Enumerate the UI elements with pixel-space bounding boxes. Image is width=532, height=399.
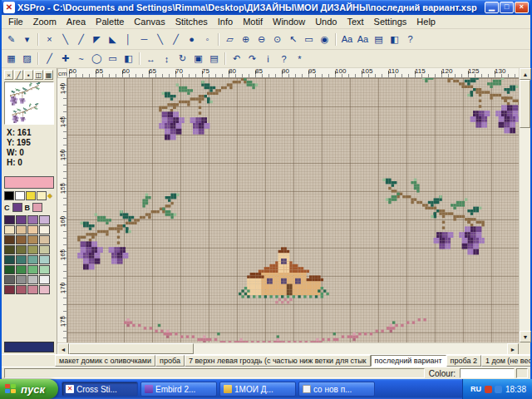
tool-undo[interactable]: ↶ <box>229 52 244 66</box>
menu-motif[interactable]: Motif <box>238 16 268 27</box>
quick-color-swatch[interactable] <box>4 191 14 200</box>
tool-grid-view[interactable]: ▦ <box>3 52 19 66</box>
palette-swatch[interactable] <box>27 235 38 244</box>
tool-ellipse[interactable]: ◯ <box>89 52 105 66</box>
tool-eraser[interactable]: ▱ <box>222 32 238 47</box>
tool-paste[interactable]: ▤ <box>206 52 222 66</box>
scroll-up-button[interactable]: ▲ <box>520 68 531 80</box>
stitch-canvas[interactable] <box>67 78 519 342</box>
scroll-right-button[interactable]: ► <box>507 343 519 355</box>
quick-color-swatch[interactable] <box>26 191 36 200</box>
tool-zoom-out[interactable]: ⊖ <box>254 32 269 47</box>
maximize-button[interactable]: □ <box>500 2 514 13</box>
palette-swatch[interactable] <box>27 245 38 254</box>
palette-swatch[interactable] <box>16 275 27 284</box>
taskbar-task[interactable]: Embird 2... <box>140 382 217 397</box>
tool-halftone[interactable]: ◧ <box>387 32 402 47</box>
tool-three-quarter-stitch[interactable]: ◣ <box>105 32 121 47</box>
palette-swatch[interactable] <box>16 265 27 274</box>
menu-help[interactable]: Help <box>411 16 441 27</box>
tool-curve[interactable]: ~ <box>73 52 89 66</box>
pattern-tab[interactable]: 1 дом (не весь для стыковки) <box>481 355 530 367</box>
pattern-tab[interactable]: 7 верхн левая гроздь (с частью ниж ветки… <box>185 355 371 367</box>
mini-tool-full[interactable]: × <box>4 70 13 80</box>
tool-half-stitch-left[interactable]: ╲ <box>57 32 73 47</box>
tool-backstitch-diag-left[interactable]: ╲ <box>152 32 168 47</box>
quick-color-swatch[interactable] <box>15 191 25 200</box>
tool-backstitch-horizontal[interactable]: ─ <box>136 32 152 47</box>
tool-fill[interactable]: ◧ <box>121 52 136 66</box>
start-button[interactable]: пуск <box>0 379 58 399</box>
tool-help[interactable]: ? <box>402 32 418 47</box>
tool-pencil[interactable]: ✎ <box>3 32 19 47</box>
antivirus-icon[interactable] <box>485 386 492 393</box>
palette-swatch[interactable] <box>27 225 38 234</box>
scroll-left-button[interactable]: ◄ <box>57 343 69 355</box>
tool-quarter-stitch[interactable]: ◤ <box>89 32 105 47</box>
palette-swatch[interactable] <box>4 235 15 244</box>
palette-swatch[interactable] <box>16 285 27 294</box>
tool-backstitch-diag-right[interactable]: ╱ <box>168 32 184 47</box>
tool-french-knot[interactable]: ● <box>184 32 200 47</box>
tool-full-stitch[interactable]: × <box>42 32 57 47</box>
palette-swatch[interactable] <box>27 215 38 224</box>
palette-swatch[interactable] <box>4 245 15 254</box>
horizontal-scroll-track[interactable] <box>194 343 507 354</box>
menu-canvas[interactable]: Canvas <box>129 16 170 27</box>
palette-swatch[interactable] <box>39 255 50 264</box>
taskbar-task[interactable]: 1МОИ Д... <box>219 382 296 397</box>
menu-palette[interactable]: Palette <box>91 16 129 27</box>
palette-swatch[interactable] <box>16 255 27 264</box>
palette-swatch[interactable] <box>27 255 38 264</box>
tool-backstitch-vertical[interactable]: │ <box>121 32 136 47</box>
palette-swatch[interactable] <box>39 225 50 234</box>
palette-swatch[interactable] <box>16 215 27 224</box>
palette-swatch[interactable] <box>27 275 38 284</box>
cross-color-swatch[interactable] <box>12 203 22 212</box>
backstitch-color-swatch[interactable] <box>32 203 42 212</box>
vertical-scroll-track[interactable] <box>520 128 530 331</box>
pattern-tab-active[interactable]: последний вариант <box>371 355 446 367</box>
horizontal-scroll-thumb[interactable] <box>69 343 194 354</box>
taskbar-task[interactable]: со нов п... <box>298 382 375 397</box>
taskbar-task[interactable]: ✕Cross Sti... <box>62 382 138 397</box>
tool-copy[interactable]: ▣ <box>190 52 206 66</box>
menu-undo[interactable]: Undo <box>310 16 342 27</box>
menu-stitches[interactable]: Stitches <box>170 16 213 27</box>
tool-settings[interactable]: * <box>292 52 308 66</box>
palette-swatch[interactable] <box>4 285 15 294</box>
tool-cross[interactable]: ✚ <box>57 52 73 66</box>
tool-half-stitch-right[interactable]: ╱ <box>73 32 89 47</box>
vertical-scroll-thumb[interactable] <box>520 80 530 128</box>
palette-swatch[interactable] <box>39 285 50 294</box>
tool-grid[interactable]: ▤ <box>371 32 387 47</box>
close-button[interactable]: × <box>515 2 529 13</box>
minimize-button[interactable]: ▁ <box>485 2 499 13</box>
tool-redo[interactable]: ↷ <box>244 52 260 66</box>
menu-text[interactable]: Text <box>342 16 368 27</box>
pattern-tab[interactable]: макет домик с оливочками <box>55 355 155 367</box>
palette-swatch[interactable] <box>16 245 27 254</box>
tool-pencil-dropdown[interactable]: ▾ <box>19 32 35 47</box>
palette-swatch[interactable] <box>27 265 38 274</box>
menu-info[interactable]: Info <box>213 16 238 27</box>
scroll-down-button[interactable]: ▼ <box>520 331 531 342</box>
palette-swatch[interactable] <box>4 225 15 234</box>
volume-icon[interactable] <box>495 386 502 393</box>
tool-rotate[interactable]: ↻ <box>175 52 190 66</box>
palette-swatch[interactable] <box>16 235 27 244</box>
menu-zoom[interactable]: Zoom <box>28 16 62 27</box>
tool-text[interactable]: Aa <box>339 32 355 47</box>
tool-rect-select[interactable]: ▭ <box>301 32 317 47</box>
menu-window[interactable]: Window <box>268 16 310 27</box>
quick-color-swatch[interactable] <box>37 191 47 200</box>
tool-color-picker[interactable]: ◉ <box>317 32 332 47</box>
tool-zoom-in[interactable]: ⊕ <box>238 32 254 47</box>
palette-swatch[interactable] <box>39 245 50 254</box>
palette-swatch[interactable] <box>4 265 15 274</box>
mini-tool-petit[interactable]: ▪ <box>24 70 33 80</box>
tool-mirror-horizontal[interactable]: ↔ <box>143 52 159 66</box>
tool-rectangle[interactable]: ▭ <box>105 52 121 66</box>
pattern-tab[interactable]: проба <box>155 355 185 367</box>
palette-swatch[interactable] <box>4 215 15 224</box>
